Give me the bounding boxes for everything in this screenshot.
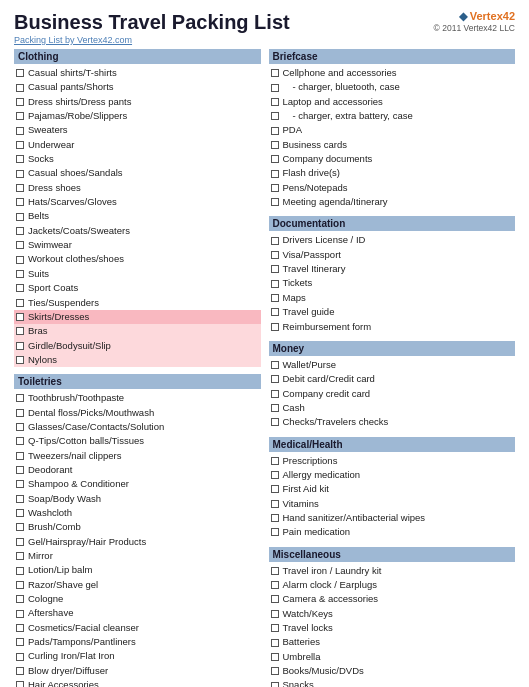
- checkbox[interactable]: [16, 581, 24, 589]
- item-label: Visa/Passport: [283, 249, 341, 261]
- checkbox[interactable]: [271, 184, 279, 192]
- item-label: Alarm clock / Earplugs: [283, 579, 378, 591]
- checkbox[interactable]: [271, 567, 279, 575]
- checkbox[interactable]: [271, 294, 279, 302]
- checkbox[interactable]: [271, 308, 279, 316]
- checkbox[interactable]: [16, 610, 24, 618]
- checkbox[interactable]: [16, 155, 24, 163]
- checkbox[interactable]: [16, 342, 24, 350]
- checkbox[interactable]: [271, 237, 279, 245]
- checkbox[interactable]: [271, 170, 279, 178]
- checkbox[interactable]: [16, 356, 24, 364]
- checkbox[interactable]: [271, 581, 279, 589]
- checkbox[interactable]: [16, 452, 24, 460]
- checkbox[interactable]: [271, 667, 279, 675]
- checkbox[interactable]: [271, 514, 279, 522]
- page-header: Business Travel Packing List Packing Lis…: [14, 10, 515, 45]
- checkbox[interactable]: [16, 667, 24, 675]
- checkbox[interactable]: [16, 509, 24, 517]
- checkbox[interactable]: [271, 404, 279, 412]
- section-miscellaneous: MiscellaneousTravel iron / Laundry kitAl…: [269, 547, 516, 687]
- checkbox[interactable]: [16, 170, 24, 178]
- checkbox[interactable]: [16, 299, 24, 307]
- section-header-miscellaneous: Miscellaneous: [269, 547, 516, 562]
- checkbox[interactable]: [271, 639, 279, 647]
- checkbox[interactable]: [271, 251, 279, 259]
- checkbox[interactable]: [16, 480, 24, 488]
- checkbox[interactable]: [16, 198, 24, 206]
- item-label: Travel locks: [283, 622, 333, 634]
- checkbox[interactable]: [271, 361, 279, 369]
- list-item: Pens/Notepads: [269, 181, 516, 195]
- checkbox[interactable]: [16, 270, 24, 278]
- checkbox[interactable]: [16, 141, 24, 149]
- item-label: Belts: [28, 210, 49, 222]
- checkbox[interactable]: [271, 500, 279, 508]
- checkbox[interactable]: [16, 227, 24, 235]
- checkbox[interactable]: [271, 198, 279, 206]
- list-item: Cologne: [14, 592, 261, 606]
- checkbox[interactable]: [271, 127, 279, 135]
- checkbox[interactable]: [16, 241, 24, 249]
- checkbox[interactable]: [271, 98, 279, 106]
- checkbox[interactable]: [16, 437, 24, 445]
- checkbox[interactable]: [16, 213, 24, 221]
- checkbox[interactable]: [16, 495, 24, 503]
- list-item: Flash drive(s): [269, 166, 516, 180]
- checkbox[interactable]: [16, 538, 24, 546]
- checkbox[interactable]: [271, 457, 279, 465]
- checkbox[interactable]: [16, 184, 24, 192]
- checkbox[interactable]: [16, 284, 24, 292]
- item-label: Razor/Shave gel: [28, 579, 98, 591]
- checkbox[interactable]: [271, 624, 279, 632]
- checkbox[interactable]: [16, 681, 24, 687]
- checkbox[interactable]: [271, 280, 279, 288]
- list-item: Jackets/Coats/Sweaters: [14, 224, 261, 238]
- checkbox[interactable]: [16, 394, 24, 402]
- checkbox[interactable]: [16, 313, 24, 321]
- checkbox[interactable]: [271, 485, 279, 493]
- checkbox[interactable]: [271, 323, 279, 331]
- checkbox[interactable]: [16, 653, 24, 661]
- item-label: First Aid kit: [283, 483, 329, 495]
- checkbox[interactable]: [16, 638, 24, 646]
- checkbox[interactable]: [271, 84, 279, 92]
- checkbox[interactable]: [16, 567, 24, 575]
- checkbox[interactable]: [271, 112, 279, 120]
- checkbox[interactable]: [16, 112, 24, 120]
- checkbox[interactable]: [16, 624, 24, 632]
- checkbox[interactable]: [271, 610, 279, 618]
- checkbox[interactable]: [271, 418, 279, 426]
- checkbox[interactable]: [271, 528, 279, 536]
- list-item: Casual pants/Shorts: [14, 80, 261, 94]
- list-item: Glasses/Case/Contacts/Solution: [14, 420, 261, 434]
- checkbox[interactable]: [16, 84, 24, 92]
- checkbox[interactable]: [16, 327, 24, 335]
- item-label: Mirror: [28, 550, 53, 562]
- checkbox[interactable]: [271, 141, 279, 149]
- checkbox[interactable]: [16, 552, 24, 560]
- subtitle-link[interactable]: Packing List by Vertex42.com: [14, 35, 132, 45]
- checkbox[interactable]: [16, 523, 24, 531]
- checkbox[interactable]: [16, 423, 24, 431]
- section-money: MoneyWallet/PurseDebit card/Credit cardC…: [269, 341, 516, 430]
- checkbox[interactable]: [271, 155, 279, 163]
- checkbox[interactable]: [16, 69, 24, 77]
- checkbox[interactable]: [16, 127, 24, 135]
- checkbox[interactable]: [16, 595, 24, 603]
- checkbox[interactable]: [16, 256, 24, 264]
- checkbox[interactable]: [271, 595, 279, 603]
- checkbox[interactable]: [271, 265, 279, 273]
- item-label: Meeting agenda/Itinerary: [283, 196, 388, 208]
- item-label: Brush/Comb: [28, 521, 81, 533]
- list-item: Curling Iron/Flat Iron: [14, 649, 261, 663]
- checkbox[interactable]: [16, 98, 24, 106]
- checkbox[interactable]: [16, 409, 24, 417]
- checkbox[interactable]: [271, 69, 279, 77]
- checkbox[interactable]: [271, 375, 279, 383]
- checkbox[interactable]: [271, 471, 279, 479]
- checkbox[interactable]: [271, 682, 279, 687]
- checkbox[interactable]: [271, 653, 279, 661]
- checkbox[interactable]: [271, 390, 279, 398]
- checkbox[interactable]: [16, 466, 24, 474]
